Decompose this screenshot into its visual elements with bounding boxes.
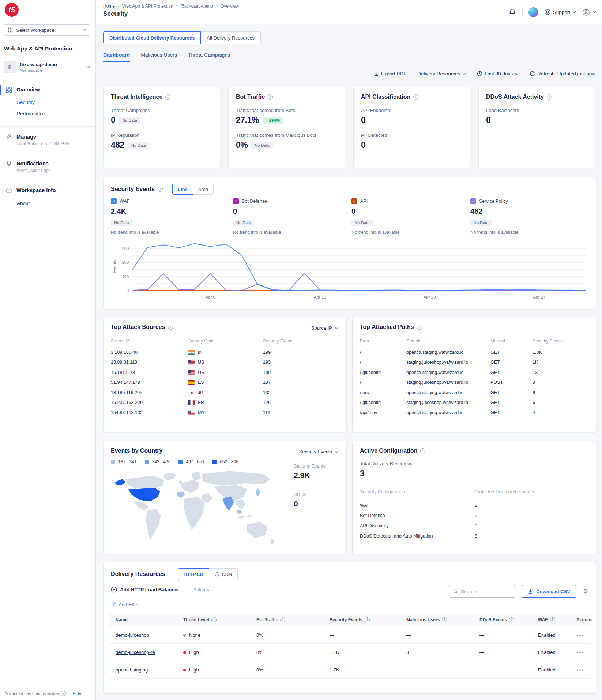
info-icon[interactable] [550,617,555,622]
attacked-path-row[interactable]: /.git/config staging.juiceshop.wafwizard… [360,398,588,408]
sidebar-item-workspace-info[interactable]: Workspace Info [0,184,95,197]
column-header-bot-traffic[interactable]: Bot Traffic [256,617,330,622]
attacked-path-row[interactable]: /.env opencti.staging.wafwizard.io GET 6 [360,388,588,398]
card-title: Threat Intelligence [111,94,162,100]
resource-name-link[interactable]: demo-juiceshop-re [116,650,155,655]
sidebar-item-manage[interactable]: Manage Load Balancers, CDN, BIG... [0,130,95,150]
plus-circle-icon [111,587,117,593]
search-input[interactable] [461,589,511,594]
info-icon[interactable] [547,94,552,100]
info-icon[interactable] [413,94,418,100]
legend-checkbox[interactable] [351,198,357,204]
stat-label: Security Events [294,464,326,469]
column-header-waf[interactable]: WAF [538,617,576,622]
sidebar: f5 Select Workspace Web App & API Protec… [0,0,96,700]
resource-name-link[interactable]: demo-juiceshop [116,632,149,638]
attacked-path-row[interactable]: /.git/config opencti.staging.wafwizard.i… [360,367,588,378]
account-menu[interactable] [582,8,596,16]
delivery-resources-dropdown[interactable]: Delivery Resources [417,71,466,76]
breadcrumb-item[interactable]: Web App & API Protection [122,4,173,9]
source-ip-dropdown[interactable]: Source IP [311,325,338,331]
export-pdf-button[interactable]: Export PDF [373,71,407,76]
column-header-name[interactable]: Name [116,617,183,622]
info-icon[interactable] [165,94,170,100]
namespace-selector[interactable]: F f5xc-waap-demo Namespace [4,59,91,75]
column-header-ddos-events[interactable]: DDoS Events [479,617,538,622]
f5-logo[interactable]: f5 [5,3,19,17]
path: /.git/config [360,370,406,375]
legend-checkbox[interactable] [233,198,239,204]
sidebar-item-overview[interactable]: Overview [0,83,95,96]
tab-malicious-users[interactable]: Malicious Users [141,52,177,62]
time-range-dropdown[interactable]: Last 30 days [477,71,519,76]
row-actions-menu[interactable]: ••• [576,667,584,673]
domain: opencti.staging.wafwizard.io [406,390,490,395]
info-icon[interactable] [158,187,163,192]
add-http-load-balancer-button[interactable]: Add HTTP Load Balancer [111,587,179,593]
hide-nav-button[interactable]: Hide [72,691,81,696]
legend-checkbox[interactable] [470,198,476,204]
support-menu[interactable]: Support [544,9,576,15]
attacked-path-row[interactable]: /api/.env opencti.staging.wafwizard.io G… [360,408,588,418]
tab-dashboard[interactable]: Dashboard [103,52,130,62]
attacked-path-row[interactable]: / opencti.staging.wafwizard.io GET 1.3K [360,347,588,358]
column-header-threat-level[interactable]: Threat Level [183,617,256,622]
tenant-avatar[interactable] [528,7,538,17]
breadcrumb-item[interactable]: Overview [221,4,239,9]
column-header-malicious-users[interactable]: Malicious Users [406,617,479,622]
malicious-users: — [406,632,479,638]
card-title: Top Attacked Paths [360,324,414,330]
info-icon[interactable] [509,617,514,622]
tab-threat-campaigns[interactable]: Threat Campaigns [188,52,230,62]
sidebar-item-security[interactable]: Security [17,100,35,105]
gear-icon[interactable]: ⚙ [583,588,588,595]
attack-source-row[interactable]: 15.237.163.229 FR 126 [111,398,339,408]
attack-source-row[interactable]: 3.109.160.40 IN 199 [111,347,339,358]
security-events-chart[interactable]: 0100200300Apr 6Apr 13Apr 20Apr 27Events [111,239,589,302]
info-icon[interactable] [168,325,173,330]
info-icon[interactable] [417,325,422,330]
add-filter-button[interactable]: Add Filter [111,602,139,607]
attacked-path-row[interactable]: / staging.juiceshop.wafwizard.io POST 8 [360,378,588,388]
attack-source-row[interactable]: 18.88.31.113 US 193 [111,358,339,368]
view-toggle-option[interactable]: Distributed Cloud Delivery Resources [103,31,201,44]
resource-tab-http-lb[interactable]: HTTP LB [178,568,210,580]
resource-name-link[interactable]: opencti-staging [116,667,148,673]
security-events-count: 126 [263,400,339,405]
attack-source-row[interactable]: 18.180.116.205 JP 132 [111,388,339,398]
resource-tab-cdn[interactable]: CDN [209,568,238,580]
chart-toggle-area[interactable]: Area [193,184,214,195]
clock-icon [477,71,482,76]
breadcrumb-item[interactable]: Home [103,4,115,9]
attack-source-row[interactable]: 154.83.103.102 MY 119 [111,408,339,418]
info-icon[interactable] [365,617,370,622]
column-header-actions[interactable]: Actions [576,617,592,622]
refresh-button[interactable]: Refresh: Updated just now [530,71,595,76]
attacked-path-row[interactable]: / staging.juiceshop.wafwizard.io GET 1K [360,358,588,368]
security-events-count: 6 [533,390,588,395]
row-actions-menu[interactable]: ••• [576,650,584,655]
column-header-security-events[interactable]: Security Events [330,617,406,622]
map-metric-dropdown[interactable]: Security Events [299,449,338,454]
legend-label: WAF [120,199,129,204]
card-title: Bot Traffic [236,94,265,100]
workspace-selector[interactable]: Select Workspace [4,24,90,36]
info-icon[interactable] [442,617,447,622]
stat-card-ddos-attack-activity: DDoS Attack Activity Load Balancers 0 [478,87,595,168]
view-toggle-option[interactable]: All Delivery Resources [200,31,261,44]
sidebar-item-performance[interactable]: Performance [17,111,45,116]
breadcrumb-item[interactable]: f5xc-waap-demo [181,4,213,9]
attack-source-row[interactable]: 15.181.5.73 US 190 [111,367,339,378]
bell-icon[interactable] [508,8,516,16]
sidebar-item-notifications[interactable]: Notifications Alerts, Audit Logs [0,157,95,176]
info-icon[interactable] [268,94,273,100]
download-csv-button[interactable]: Download CSV [522,585,576,598]
row-actions-menu[interactable]: ••• [576,632,584,638]
info-icon[interactable] [420,448,425,453]
attack-source-row[interactable]: 51.94.147.178 ES 187 [111,378,339,388]
chart-toggle-line[interactable]: Line [172,184,193,195]
legend-checkbox[interactable] [111,198,117,204]
sidebar-item-about[interactable]: About [17,201,30,206]
info-icon[interactable] [211,617,217,622]
info-icon[interactable] [280,617,285,622]
